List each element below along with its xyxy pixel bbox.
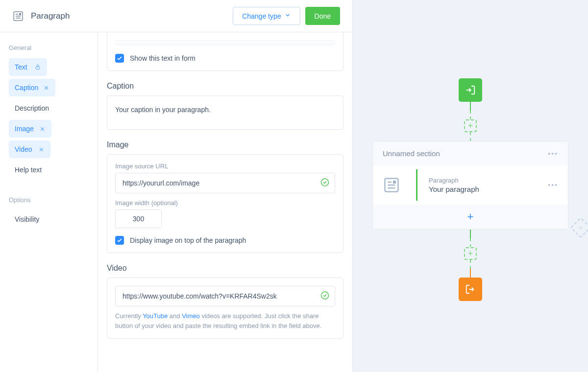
flow-canvas: + Unnamed section ••• [353, 0, 588, 372]
sidebar-group-options: Options [9, 196, 89, 204]
close-icon[interactable] [43, 84, 49, 91]
sidebar-item-label: Image [15, 125, 34, 133]
image-width-input[interactable] [115, 209, 162, 228]
svg-rect-5 [36, 67, 40, 70]
valid-check-icon [320, 178, 329, 188]
text-input-ghost [115, 40, 335, 45]
svg-rect-4 [19, 13, 21, 15]
caption-text[interactable]: Your caption in your paragraph. [115, 106, 335, 114]
video-help-text: Currently YouTube and Vimeo videos are s… [115, 311, 335, 330]
section-card-body[interactable]: Paragraph Your paragraph ••• [373, 165, 568, 205]
video-url-input[interactable] [115, 286, 335, 306]
flow-connector [470, 230, 471, 238]
vimeo-link[interactable]: Vimeo [182, 312, 200, 320]
show-in-form-label: Show this text in form [130, 54, 196, 62]
image-width-label: Image width (optional) [115, 199, 335, 207]
sidebar-item-label: Description [15, 104, 49, 112]
display-on-top-label: Display image on top of the paragraph [130, 236, 246, 244]
add-node-button[interactable]: + [464, 119, 477, 132]
paragraph-icon [383, 176, 400, 194]
flow-connector-dashed [470, 238, 471, 247]
sidebar: General Text Caption Description [0, 32, 98, 372]
paragraph-header-icon [12, 10, 24, 22]
more-icon[interactable]: ••• [548, 150, 558, 158]
active-indicator [416, 169, 417, 201]
card-value: Your paragraph [429, 185, 479, 193]
change-type-button[interactable]: Change type [233, 7, 300, 25]
page-title: Paragraph [31, 11, 70, 21]
image-source-label: Image source URL [115, 163, 335, 170]
video-panel: Currently YouTube and Vimeo videos are s… [107, 278, 343, 339]
add-node-button[interactable]: + [464, 247, 477, 260]
youtube-link[interactable]: YouTube [143, 312, 168, 320]
flow-connector-dashed [470, 132, 471, 141]
display-on-top-checkbox[interactable] [115, 236, 124, 245]
valid-check-icon [320, 291, 329, 302]
change-type-label: Change type [242, 12, 281, 20]
show-in-form-checkbox[interactable] [115, 54, 124, 63]
sidebar-item-label: Text [15, 63, 27, 71]
sidebar-item-label: Visibility [15, 215, 39, 223]
flow-end-node[interactable] [459, 278, 482, 301]
done-button[interactable]: Done [305, 7, 340, 25]
sidebar-group-general: General [9, 44, 89, 51]
more-icon[interactable]: ••• [548, 181, 558, 189]
flow-connector-dashed [470, 260, 471, 269]
close-icon[interactable] [38, 146, 45, 153]
sidebar-item-description[interactable]: Description [9, 99, 89, 117]
flow-connector [470, 269, 471, 278]
chevron-down-icon [284, 12, 291, 20]
flow-start-node[interactable] [459, 78, 482, 102]
video-title: Video [107, 264, 343, 273]
image-source-input[interactable] [115, 173, 335, 193]
flow-connector-dashed [470, 111, 471, 119]
caption-panel: Your caption in your paragraph. [107, 95, 343, 130]
sidebar-item-help-text[interactable]: Help text [9, 161, 89, 179]
sidebar-item-image[interactable]: Image [9, 120, 51, 138]
add-item-icon[interactable]: + [467, 210, 474, 223]
sidebar-item-text[interactable]: Text [9, 58, 47, 76]
section-title: Unnamed section [383, 149, 440, 158]
sidebar-item-label: Help text [15, 166, 42, 174]
svg-point-12 [321, 179, 329, 186]
close-icon[interactable] [39, 125, 46, 132]
sidebar-item-label: Caption [15, 84, 38, 92]
sidebar-item-caption[interactable]: Caption [9, 79, 55, 96]
svg-point-13 [321, 292, 329, 299]
section-card-footer[interactable]: + [373, 205, 568, 229]
section-card-header: Unnamed section ••• [373, 141, 568, 165]
image-title: Image [107, 140, 343, 149]
add-side-button[interactable]: + [570, 217, 588, 238]
caption-title: Caption [107, 82, 343, 91]
card-type-label: Paragraph [429, 177, 479, 184]
flow-connector [470, 102, 471, 111]
text-section-partial: Show this text in form [107, 32, 343, 71]
section-card[interactable]: Unnamed section ••• [372, 141, 568, 230]
done-label: Done [315, 12, 331, 20]
sidebar-item-label: Video [15, 145, 32, 153]
svg-rect-19 [393, 181, 396, 184]
sidebar-item-video[interactable]: Video [9, 140, 50, 158]
lock-icon [34, 64, 41, 70]
main-editor: Show this text in form Caption Your capt… [98, 32, 352, 372]
sidebar-item-visibility[interactable]: Visibility [9, 210, 89, 228]
editor-header: Paragraph Change type Done [0, 0, 352, 32]
image-panel: Image source URL Image width (optional) [107, 154, 343, 253]
